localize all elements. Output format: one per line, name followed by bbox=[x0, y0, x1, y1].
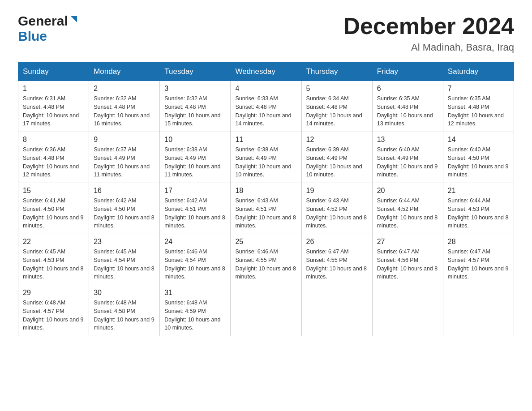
day-info: Sunrise: 6:31 AMSunset: 4:48 PMDaylight:… bbox=[23, 95, 79, 127]
day-cell: 30 Sunrise: 6:48 AMSunset: 4:58 PMDaylig… bbox=[89, 285, 160, 336]
day-cell: 3 Sunrise: 6:32 AMSunset: 4:48 PMDayligh… bbox=[160, 81, 231, 132]
day-info: Sunrise: 6:32 AMSunset: 4:48 PMDaylight:… bbox=[164, 95, 220, 127]
day-number: 25 bbox=[235, 238, 296, 246]
day-info: Sunrise: 6:33 AMSunset: 4:48 PMDaylight:… bbox=[235, 95, 291, 127]
day-header-wednesday: Wednesday bbox=[231, 63, 301, 81]
day-number: 29 bbox=[23, 289, 84, 297]
day-number: 18 bbox=[235, 187, 296, 195]
day-info: Sunrise: 6:40 AMSunset: 4:50 PMDaylight:… bbox=[448, 146, 509, 178]
day-number: 2 bbox=[94, 85, 155, 93]
logo-blue-text: Blue bbox=[18, 29, 47, 44]
day-info: Sunrise: 6:42 AMSunset: 4:51 PMDaylight:… bbox=[164, 197, 225, 229]
day-cell: 21 Sunrise: 6:44 AMSunset: 4:53 PMDaylig… bbox=[443, 183, 514, 234]
day-cell: 23 Sunrise: 6:45 AMSunset: 4:54 PMDaylig… bbox=[89, 234, 160, 285]
calendar-table: SundayMondayTuesdayWednesdayThursdayFrid… bbox=[18, 62, 514, 336]
day-cell: 4 Sunrise: 6:33 AMSunset: 4:48 PMDayligh… bbox=[231, 81, 301, 132]
day-number: 6 bbox=[377, 85, 438, 93]
day-number: 20 bbox=[377, 187, 438, 195]
day-number: 17 bbox=[164, 187, 226, 195]
day-number: 8 bbox=[23, 136, 84, 144]
day-header-thursday: Thursday bbox=[301, 63, 372, 81]
title-area: December 2024 Al Madinah, Basra, Iraq bbox=[343, 13, 514, 53]
day-cell bbox=[443, 285, 514, 336]
day-cell: 6 Sunrise: 6:35 AMSunset: 4:48 PMDayligh… bbox=[372, 81, 443, 132]
day-cell: 22 Sunrise: 6:45 AMSunset: 4:53 PMDaylig… bbox=[18, 234, 89, 285]
day-number: 4 bbox=[235, 85, 296, 93]
day-info: Sunrise: 6:34 AMSunset: 4:48 PMDaylight:… bbox=[306, 95, 362, 127]
day-number: 11 bbox=[235, 136, 296, 144]
day-cell: 24 Sunrise: 6:46 AMSunset: 4:54 PMDaylig… bbox=[160, 234, 231, 285]
day-info: Sunrise: 6:35 AMSunset: 4:48 PMDaylight:… bbox=[377, 95, 433, 127]
day-number: 24 bbox=[164, 238, 226, 246]
day-info: Sunrise: 6:41 AMSunset: 4:50 PMDaylight:… bbox=[23, 197, 84, 229]
day-number: 21 bbox=[448, 187, 509, 195]
week-row-5: 29 Sunrise: 6:48 AMSunset: 4:57 PMDaylig… bbox=[18, 285, 514, 336]
week-row-1: 1 Sunrise: 6:31 AMSunset: 4:48 PMDayligh… bbox=[18, 81, 514, 132]
svg-marker-0 bbox=[71, 16, 77, 22]
day-cell: 5 Sunrise: 6:34 AMSunset: 4:48 PMDayligh… bbox=[301, 81, 372, 132]
day-info: Sunrise: 6:42 AMSunset: 4:50 PMDaylight:… bbox=[94, 197, 154, 229]
day-info: Sunrise: 6:38 AMSunset: 4:49 PMDaylight:… bbox=[164, 146, 220, 178]
day-number: 5 bbox=[306, 85, 368, 93]
day-number: 1 bbox=[23, 85, 84, 93]
day-cell: 17 Sunrise: 6:42 AMSunset: 4:51 PMDaylig… bbox=[160, 183, 231, 234]
page-header: General Blue December 2024 Al Madinah, B… bbox=[18, 13, 514, 53]
day-cell: 13 Sunrise: 6:40 AMSunset: 4:49 PMDaylig… bbox=[372, 132, 443, 183]
day-cell: 12 Sunrise: 6:39 AMSunset: 4:49 PMDaylig… bbox=[301, 132, 372, 183]
day-info: Sunrise: 6:44 AMSunset: 4:53 PMDaylight:… bbox=[448, 197, 509, 229]
day-info: Sunrise: 6:44 AMSunset: 4:52 PMDaylight:… bbox=[377, 197, 438, 229]
day-number: 3 bbox=[164, 85, 226, 93]
day-cell: 25 Sunrise: 6:46 AMSunset: 4:55 PMDaylig… bbox=[231, 234, 301, 285]
day-header-monday: Monday bbox=[89, 63, 160, 81]
day-cell: 19 Sunrise: 6:43 AMSunset: 4:52 PMDaylig… bbox=[301, 183, 372, 234]
week-row-2: 8 Sunrise: 6:36 AMSunset: 4:48 PMDayligh… bbox=[18, 132, 514, 183]
day-number: 23 bbox=[94, 238, 155, 246]
day-cell: 10 Sunrise: 6:38 AMSunset: 4:49 PMDaylig… bbox=[160, 132, 231, 183]
day-info: Sunrise: 6:36 AMSunset: 4:48 PMDaylight:… bbox=[23, 146, 79, 178]
day-cell: 31 Sunrise: 6:48 AMSunset: 4:59 PMDaylig… bbox=[160, 285, 231, 336]
day-cell: 16 Sunrise: 6:42 AMSunset: 4:50 PMDaylig… bbox=[89, 183, 160, 234]
day-cell: 26 Sunrise: 6:47 AMSunset: 4:55 PMDaylig… bbox=[301, 234, 372, 285]
day-cell: 2 Sunrise: 6:32 AMSunset: 4:48 PMDayligh… bbox=[89, 81, 160, 132]
day-info: Sunrise: 6:46 AMSunset: 4:54 PMDaylight:… bbox=[164, 248, 225, 280]
day-cell bbox=[301, 285, 372, 336]
header-row: SundayMondayTuesdayWednesdayThursdayFrid… bbox=[18, 63, 514, 81]
day-number: 10 bbox=[164, 136, 226, 144]
day-info: Sunrise: 6:32 AMSunset: 4:48 PMDaylight:… bbox=[94, 95, 150, 127]
day-info: Sunrise: 6:45 AMSunset: 4:53 PMDaylight:… bbox=[23, 248, 84, 280]
day-cell: 27 Sunrise: 6:47 AMSunset: 4:56 PMDaylig… bbox=[372, 234, 443, 285]
day-cell bbox=[231, 285, 301, 336]
day-cell: 18 Sunrise: 6:43 AMSunset: 4:51 PMDaylig… bbox=[231, 183, 301, 234]
day-cell: 8 Sunrise: 6:36 AMSunset: 4:48 PMDayligh… bbox=[18, 132, 89, 183]
calendar-subtitle: Al Madinah, Basra, Iraq bbox=[343, 42, 514, 53]
day-cell: 1 Sunrise: 6:31 AMSunset: 4:48 PMDayligh… bbox=[18, 81, 89, 132]
day-number: 15 bbox=[23, 187, 84, 195]
day-info: Sunrise: 6:37 AMSunset: 4:49 PMDaylight:… bbox=[94, 146, 150, 178]
day-number: 14 bbox=[448, 136, 509, 144]
week-row-3: 15 Sunrise: 6:41 AMSunset: 4:50 PMDaylig… bbox=[18, 183, 514, 234]
day-header-friday: Friday bbox=[372, 63, 443, 81]
day-cell: 28 Sunrise: 6:47 AMSunset: 4:57 PMDaylig… bbox=[443, 234, 514, 285]
day-number: 9 bbox=[94, 136, 155, 144]
day-number: 30 bbox=[94, 289, 155, 297]
day-number: 13 bbox=[377, 136, 438, 144]
day-info: Sunrise: 6:48 AMSunset: 4:59 PMDaylight:… bbox=[164, 300, 220, 331]
day-info: Sunrise: 6:39 AMSunset: 4:49 PMDaylight:… bbox=[306, 146, 362, 178]
day-info: Sunrise: 6:48 AMSunset: 4:58 PMDaylight:… bbox=[94, 300, 154, 331]
day-number: 19 bbox=[306, 187, 368, 195]
day-number: 12 bbox=[306, 136, 368, 144]
day-info: Sunrise: 6:47 AMSunset: 4:56 PMDaylight:… bbox=[377, 248, 438, 280]
logo-general-text: General bbox=[18, 13, 68, 29]
day-header-saturday: Saturday bbox=[443, 63, 514, 81]
day-info: Sunrise: 6:43 AMSunset: 4:51 PMDaylight:… bbox=[235, 197, 296, 229]
week-row-4: 22 Sunrise: 6:45 AMSunset: 4:53 PMDaylig… bbox=[18, 234, 514, 285]
day-number: 31 bbox=[164, 289, 226, 297]
day-info: Sunrise: 6:48 AMSunset: 4:57 PMDaylight:… bbox=[23, 300, 84, 331]
day-number: 16 bbox=[94, 187, 155, 195]
day-number: 27 bbox=[377, 238, 438, 246]
day-header-sunday: Sunday bbox=[18, 63, 89, 81]
day-header-tuesday: Tuesday bbox=[160, 63, 231, 81]
day-cell: 20 Sunrise: 6:44 AMSunset: 4:52 PMDaylig… bbox=[372, 183, 443, 234]
logo-arrow-icon bbox=[69, 14, 79, 26]
day-cell: 14 Sunrise: 6:40 AMSunset: 4:50 PMDaylig… bbox=[443, 132, 514, 183]
